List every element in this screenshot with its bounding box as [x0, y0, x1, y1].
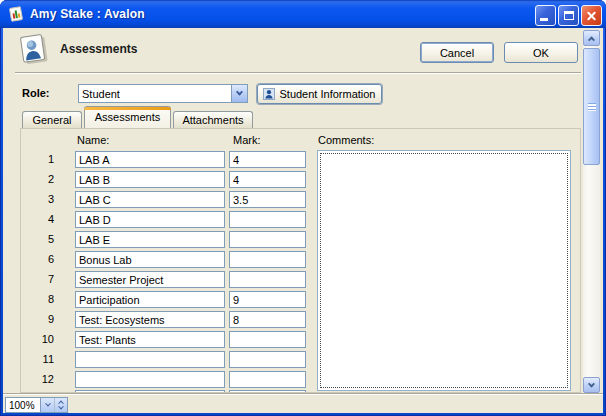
comments-textarea[interactable]: [320, 153, 568, 388]
name-input[interactable]: [75, 231, 225, 248]
row-number: 11: [21, 353, 54, 365]
role-selected-value: Student: [79, 88, 231, 100]
vertical-scrollbar[interactable]: [583, 30, 600, 393]
mark-input[interactable]: [229, 231, 306, 248]
zoom-dropdown-button[interactable]: [40, 398, 54, 412]
mark-input[interactable]: [229, 371, 306, 388]
row-number: 1: [21, 153, 54, 165]
mark-input[interactable]: [229, 291, 306, 308]
row-number: 2: [21, 173, 54, 185]
name-input[interactable]: [75, 311, 225, 328]
assessments-card-icon: [17, 34, 51, 70]
name-input[interactable]: [75, 211, 225, 228]
maximize-icon: [564, 11, 574, 20]
assessments-tab-panel: Name: Mark: Comments: 1 2 3 4: [20, 128, 581, 393]
comments-header: Comments:: [318, 134, 374, 146]
chevron-down-icon: [45, 401, 51, 407]
name-input[interactable]: [75, 191, 225, 208]
dialog-content: Assessments Cancel OK Role: Student Stud…: [3, 28, 603, 413]
window-controls: [535, 5, 602, 26]
name-input[interactable]: [75, 371, 225, 388]
ok-button[interactable]: OK: [504, 42, 578, 63]
name-input[interactable]: [75, 390, 225, 393]
cancel-button[interactable]: Cancel: [420, 42, 494, 63]
maximize-button[interactable]: [558, 5, 579, 26]
mark-input[interactable]: [229, 251, 306, 268]
row-number: 9: [21, 313, 54, 325]
role-label: Role:: [22, 87, 50, 99]
chevron-down-icon: [588, 380, 595, 387]
mark-input[interactable]: [229, 151, 306, 168]
role-select[interactable]: Student: [78, 84, 248, 103]
tab-general[interactable]: General: [22, 111, 82, 128]
row-number: 4: [21, 213, 54, 225]
name-column-header: Name:: [77, 134, 109, 146]
zoom-level-value[interactable]: 100%: [6, 398, 40, 412]
tab-assessments[interactable]: Assessments: [84, 106, 171, 128]
mark-column-header: Mark:: [233, 134, 261, 146]
person-icon: [263, 88, 275, 100]
row-number: 5: [21, 233, 54, 245]
chevron-up-icon: [588, 36, 595, 43]
chevron-down-icon: [58, 404, 64, 410]
titlebar[interactable]: Amy Stake : Avalon: [0, 0, 606, 28]
minimize-button[interactable]: [535, 5, 556, 26]
minimize-icon: [540, 18, 548, 21]
row-number: 8: [21, 293, 54, 305]
scroll-up-button[interactable]: [583, 30, 600, 46]
student-information-label: Student Information: [279, 88, 375, 100]
scroll-down-button[interactable]: [583, 377, 600, 393]
name-input[interactable]: [75, 351, 225, 368]
scrollbar-thumb[interactable]: [583, 48, 600, 165]
mark-input[interactable]: [229, 191, 306, 208]
mark-input[interactable]: [229, 211, 306, 228]
row-number: 7: [21, 273, 54, 285]
name-input[interactable]: [75, 171, 225, 188]
thumb-grip-icon: [588, 103, 596, 111]
tab-attachments[interactable]: Attachments: [173, 111, 253, 128]
row-number: 10: [21, 333, 54, 345]
mark-input[interactable]: [229, 351, 306, 368]
row-number: 12: [21, 373, 54, 385]
page-title: Assessments: [60, 42, 137, 56]
chevron-down-icon[interactable]: [231, 85, 247, 102]
name-input[interactable]: [75, 251, 225, 268]
mark-input[interactable]: [229, 390, 306, 393]
header-separator: [15, 72, 581, 74]
row-number: 3: [21, 193, 54, 205]
name-input[interactable]: [75, 331, 225, 348]
student-information-button[interactable]: Student Information: [257, 84, 382, 104]
comments-box: [317, 150, 571, 391]
name-input[interactable]: [75, 271, 225, 288]
mark-input[interactable]: [229, 171, 306, 188]
zoom-control: 100%: [5, 397, 68, 413]
close-button[interactable]: [581, 5, 602, 26]
dialog-window: Amy Stake : Avalon Assessments Cancel OK: [0, 0, 606, 416]
zoom-stepper[interactable]: [54, 398, 67, 412]
window-title: Amy Stake : Avalon: [30, 7, 145, 21]
app-icon: [8, 6, 24, 22]
name-input[interactable]: [75, 291, 225, 308]
mark-input[interactable]: [229, 331, 306, 348]
statusbar-separator: [3, 393, 603, 395]
name-input[interactable]: [75, 151, 225, 168]
mark-input[interactable]: [229, 311, 306, 328]
row-number: 6: [21, 253, 54, 265]
mark-input[interactable]: [229, 271, 306, 288]
